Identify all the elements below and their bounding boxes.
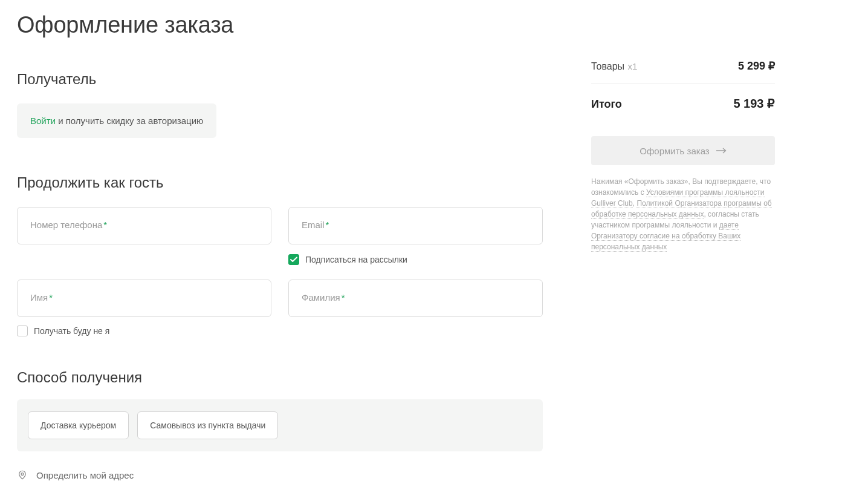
locate-label: Определить мой адрес <box>36 470 134 480</box>
login-suffix: и получить скидку за авторизацию <box>56 116 203 126</box>
checkout-button-label: Оформить заказ <box>640 146 709 156</box>
login-link[interactable]: Войти <box>30 116 56 126</box>
summary-items-price: 5 299 ₽ <box>738 59 775 73</box>
subscribe-label: Подписаться на рассылки <box>305 255 407 264</box>
svg-point-0 <box>21 473 24 476</box>
delivery-heading: Способ получения <box>17 369 543 386</box>
pin-icon <box>17 470 28 480</box>
check-icon <box>290 257 297 263</box>
phone-input[interactable] <box>17 207 271 244</box>
delivery-method-group: Доставка курьером Самовывоз из пункта вы… <box>17 399 543 451</box>
recipient-heading: Получатель <box>17 71 543 88</box>
arrow-right-icon <box>716 148 727 154</box>
someone-else-label: Получать буду не я <box>34 326 109 336</box>
summary-items-count: x1 <box>628 61 638 71</box>
pickup-button[interactable]: Самовывоз из пункта выдачи <box>137 411 278 439</box>
locate-address[interactable]: Определить мой адрес <box>17 470 543 480</box>
courier-button[interactable]: Доставка курьером <box>28 411 129 439</box>
subscribe-checkbox[interactable] <box>288 254 299 265</box>
summary-items-row: Товары x1 5 299 ₽ <box>591 59 775 84</box>
checkout-button[interactable]: Оформить заказ <box>591 136 775 165</box>
first-name-input[interactable] <box>17 280 271 317</box>
summary-total-row: Итого 5 193 ₽ <box>591 96 775 122</box>
email-input[interactable] <box>288 207 543 244</box>
login-prompt: Войти и получить скидку за авторизацию <box>17 103 216 138</box>
summary-total-price: 5 193 ₽ <box>733 96 775 111</box>
disclaimer-text: Нажимая «Оформить заказ», Вы подтверждае… <box>591 176 775 252</box>
someone-else-checkbox[interactable] <box>17 326 28 336</box>
last-name-input[interactable] <box>288 280 543 317</box>
guest-heading: Продолжить как гость <box>17 174 543 191</box>
summary-total-label: Итого <box>591 98 622 111</box>
summary-items-label: Товары <box>591 61 624 71</box>
page-title: Оформление заказа <box>17 12 543 38</box>
